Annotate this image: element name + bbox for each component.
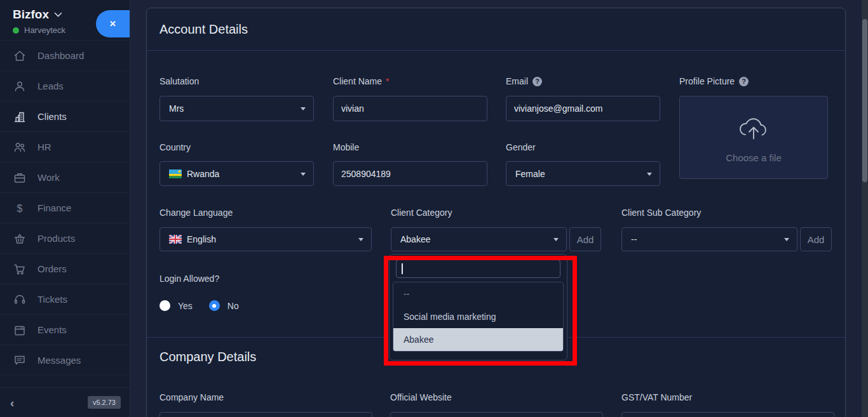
profile-picture-label: Profile Picture ? xyxy=(679,76,749,86)
brand-block: Bizfox Harveyteck ✕ xyxy=(0,0,130,40)
sidebar-item-label: Products xyxy=(37,233,75,244)
person-icon xyxy=(13,79,27,93)
scrollbar-thumb[interactable] xyxy=(862,19,867,182)
collapse-sidebar-button[interactable]: ✕ xyxy=(96,10,130,37)
sidebar-item-label: Tickets xyxy=(37,294,67,305)
app-screen: Bizfox Harveyteck ✕ Dashboard Leads xyxy=(0,0,868,417)
add-client-category-button[interactable]: Add xyxy=(569,227,601,251)
company-details-title: Company Details xyxy=(159,350,256,364)
choose-file-text: Choose a file xyxy=(680,152,827,163)
gender-value: Female xyxy=(515,169,545,179)
change-language-value: English xyxy=(187,234,216,244)
change-language-select[interactable]: English xyxy=(159,227,372,251)
sidebar-item-products[interactable]: Products xyxy=(0,223,130,253)
salutation-value: Mrs xyxy=(169,103,184,114)
required-asterisk: * xyxy=(386,76,389,86)
sidebar-item-label: Messages xyxy=(37,355,81,366)
profile-picture-upload[interactable]: Choose a file xyxy=(679,96,828,179)
email-label: Email ? xyxy=(506,76,542,86)
close-icon: ✕ xyxy=(109,19,116,29)
version-badge: v5.2.73 xyxy=(88,396,121,409)
chevron-down-icon xyxy=(647,173,652,176)
change-language-label: Change Language xyxy=(159,208,233,218)
sidebar-item-label: Work xyxy=(37,172,60,183)
basket-icon xyxy=(13,232,27,246)
dropdown-option-abakee[interactable]: Abakee xyxy=(393,328,563,351)
chat-icon xyxy=(13,353,27,367)
sidebar-item-messages[interactable]: Messages xyxy=(0,345,130,375)
sidebar-item-events[interactable]: Events xyxy=(0,314,130,345)
gender-select[interactable]: Female xyxy=(506,161,660,186)
chevron-down-icon xyxy=(358,238,363,241)
sidebar-item-dashboard[interactable]: Dashboard xyxy=(0,40,130,70)
dropdown-option-social-media-marketing[interactable]: Social media marketing xyxy=(393,305,563,328)
country-label: Country xyxy=(159,142,191,152)
country-select[interactable]: Rwanda xyxy=(159,161,314,186)
sidebar-item-clients[interactable]: Clients xyxy=(0,101,130,131)
scrollbar-track[interactable] xyxy=(862,0,868,417)
login-allowed-no[interactable]: No xyxy=(209,300,239,311)
email-input[interactable] xyxy=(506,96,660,121)
official-website-label: Official Website xyxy=(390,392,452,402)
sidebar-item-finance[interactable]: $ Finance xyxy=(0,192,130,223)
chevron-down-icon xyxy=(301,173,306,176)
add-client-sub-category-button[interactable]: Add xyxy=(800,227,832,251)
login-allowed-yes[interactable]: Yes xyxy=(159,300,193,311)
chevron-down-icon xyxy=(54,12,62,17)
people-icon xyxy=(13,140,27,154)
sidebar-item-label: Dashboard xyxy=(37,50,84,61)
chevron-down-icon xyxy=(301,107,306,110)
svg-text:$: $ xyxy=(17,202,23,213)
workspace-name: Harveyteck xyxy=(24,25,65,35)
login-allowed-label: Login Allowed? xyxy=(159,274,219,284)
collapse-arrow-icon[interactable]: ‹ xyxy=(10,397,14,409)
sidebar-item-label: Events xyxy=(37,324,67,335)
help-icon[interactable]: ? xyxy=(532,77,542,86)
salutation-select[interactable]: Mrs xyxy=(159,96,314,121)
mobile-input[interactable] xyxy=(333,161,487,186)
sidebar-item-leads[interactable]: Leads xyxy=(0,70,130,101)
calendar-icon xyxy=(13,323,27,337)
dropdown-option-none[interactable]: -- xyxy=(393,282,563,305)
sidebar-item-label: Orders xyxy=(37,263,67,274)
client-sub-category-select[interactable]: -- xyxy=(621,227,797,251)
client-name-input[interactable] xyxy=(333,96,487,121)
home-icon xyxy=(13,49,27,63)
sidebar-footer: ‹ v5.2.73 xyxy=(0,387,130,417)
dollar-icon: $ xyxy=(13,201,27,215)
radio-checked-icon[interactable] xyxy=(209,300,220,311)
dropdown-search-input[interactable] xyxy=(396,260,560,278)
salutation-label: Salutation xyxy=(159,76,199,86)
gender-label: Gender xyxy=(506,142,536,152)
sidebar-item-tickets[interactable]: Tickets xyxy=(0,284,130,314)
help-icon[interactable]: ? xyxy=(739,77,749,86)
radio-unchecked-icon[interactable] xyxy=(159,300,170,311)
client-sub-category-label: Client Sub Category xyxy=(621,208,701,218)
gst-vat-number-input[interactable] xyxy=(621,412,834,417)
text-cursor xyxy=(402,263,403,274)
sidebar-item-work[interactable]: Work xyxy=(0,162,130,192)
sidebar-nav: Dashboard Leads Clients HR Work $ Financ… xyxy=(0,40,130,375)
client-category-select[interactable]: Abakee xyxy=(391,227,567,251)
briefcase-icon xyxy=(13,171,27,185)
official-website-input[interactable] xyxy=(390,412,603,417)
rwanda-flag-icon xyxy=(169,169,182,178)
sidebar-item-label: Finance xyxy=(37,202,71,213)
country-value: Rwanda xyxy=(187,169,219,179)
sidebar-item-label: HR xyxy=(37,142,51,152)
sidebar-item-orders[interactable]: Orders xyxy=(0,253,130,284)
gst-vat-number-label: GST/VAT Number xyxy=(621,392,692,402)
uk-flag-icon xyxy=(169,235,182,244)
sidebar: Bizfox Harveyteck ✕ Dashboard Leads xyxy=(0,0,130,417)
client-category-value: Abakee xyxy=(400,234,430,244)
client-sub-category-value: -- xyxy=(631,234,637,244)
sidebar-item-hr[interactable]: HR xyxy=(0,131,130,162)
chevron-down-icon xyxy=(553,238,559,241)
cart-icon xyxy=(13,262,27,276)
cloud-upload-icon xyxy=(735,113,772,142)
mobile-label: Mobile xyxy=(333,142,359,152)
dropdown-options-list: -- Social media marketing Abakee xyxy=(393,282,564,352)
company-name-input[interactable] xyxy=(159,412,372,417)
sidebar-item-label: Leads xyxy=(37,81,64,91)
company-name-label: Company Name xyxy=(159,392,224,402)
